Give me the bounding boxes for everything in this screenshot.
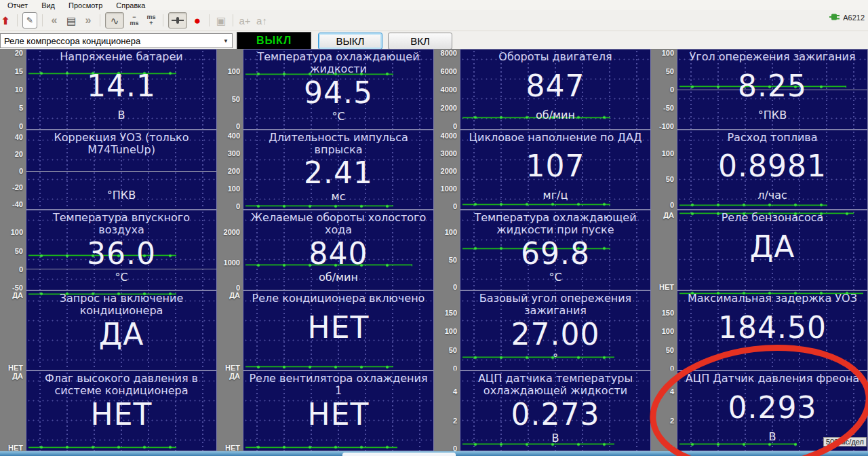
chart-area: Температура впускного воздуха36.0°C bbox=[26, 210, 217, 290]
axis-tick: 6000 bbox=[441, 67, 457, 75]
record-icon[interactable]: ● bbox=[191, 13, 204, 28]
panel-unit: °ПКВ bbox=[107, 189, 136, 202]
axis-gutter: ДАНЕТ bbox=[217, 290, 243, 371]
menu-item[interactable]: Отчет bbox=[1, 1, 34, 10]
panel-value: 0.273 bbox=[511, 397, 600, 432]
panel-value: 2.41 bbox=[304, 155, 373, 190]
param-panel[interactable]: 100500Температура охлаждающей жидкости п… bbox=[434, 210, 651, 290]
menu-item[interactable]: Справка bbox=[110, 1, 151, 10]
panel-value: НЕТ bbox=[308, 397, 370, 432]
axis-tick: ДА bbox=[229, 291, 240, 299]
axis-tick: 0 bbox=[670, 86, 674, 94]
param-panel[interactable]: ДАНЕТЗапрос на включение кондиционераДА bbox=[0, 290, 217, 371]
axis-tick: НЕТ bbox=[225, 364, 240, 371]
axis-tick: 0 bbox=[236, 202, 240, 210]
axis-tick: -50 bbox=[12, 284, 23, 290]
axis-tick: 0 bbox=[19, 122, 23, 130]
param-panel[interactable]: ДАНЕТРеле вентилятора охлаждения 1НЕТ bbox=[217, 370, 434, 451]
parameter-select[interactable]: Реле компрессора кондиционера ▼ bbox=[0, 33, 233, 48]
chart-area: Коррекция УОЗ (только M74TuneUp)°ПКВ bbox=[26, 130, 217, 210]
panel-title: Угол опережения зажигания bbox=[686, 51, 860, 63]
param-panel[interactable]: 100500Температура охлаждающей жидкости94… bbox=[217, 49, 434, 130]
param-panel[interactable]: 100500Расход топлива0.8981л/час bbox=[651, 130, 868, 210]
param-panel[interactable]: 150100500Базовый угол опережения зажиган… bbox=[434, 290, 651, 371]
axis-tick: 8000 bbox=[441, 49, 457, 57]
parameter-select-value: Реле компрессора кондиционера bbox=[4, 36, 140, 46]
param-panel[interactable]: 4003002001000Длительность импульса впрыс… bbox=[217, 130, 434, 210]
param-panel[interactable]: 100500-50-100Угол опережения зажигания8.… bbox=[651, 49, 868, 130]
timebase-decrease-icon[interactable]: −ms bbox=[127, 13, 141, 28]
axis-tick: 400 bbox=[228, 132, 240, 140]
chart-area: Напряжение батареи14.1В bbox=[26, 49, 217, 130]
axis-tick: 2000 bbox=[224, 228, 240, 236]
axis-tick: 0 bbox=[670, 201, 674, 209]
panel-title: Желаемые обороты холостого хода bbox=[243, 212, 433, 236]
panel-title: Коррекция УОЗ (только M74TuneUp) bbox=[26, 132, 216, 156]
axis-tick: 100 bbox=[228, 185, 240, 193]
next-page-icon[interactable]: » bbox=[81, 13, 95, 28]
channel-setup-icon[interactable] bbox=[168, 12, 187, 28]
relay-off-button[interactable]: ВЫКЛ bbox=[318, 33, 382, 50]
axis-tick: 50 bbox=[449, 256, 457, 264]
prev-page-icon[interactable]: « bbox=[47, 13, 61, 28]
chart-area: Реле бензонасосаДА bbox=[677, 210, 868, 290]
panel-title: АЦП Датчик давления фреона bbox=[682, 373, 863, 385]
panel-title: Флаг высокого давления в системе кондици… bbox=[26, 373, 216, 397]
param-panel[interactable]: 40200-20-40Коррекция УОЗ (только M74Tune… bbox=[0, 130, 217, 210]
axis-gutter: 40003000200010000 bbox=[434, 130, 460, 210]
param-panel[interactable]: 20151050Напряжение батареи14.1В bbox=[0, 49, 217, 130]
menu-item[interactable]: Вид bbox=[35, 1, 61, 10]
axis-tick: 0 bbox=[453, 364, 457, 371]
param-panel[interactable]: 80006000400020000Обороты двигателя847об/… bbox=[434, 49, 651, 130]
panel-unit: °ПКВ bbox=[758, 109, 787, 121]
signal-trace bbox=[462, 203, 610, 206]
axis-tick: ДА bbox=[229, 372, 240, 380]
param-panel[interactable]: ДАНЕТРеле бензонасосаДА bbox=[651, 210, 868, 290]
axis-tick: 50 bbox=[666, 67, 674, 75]
page-list-icon[interactable]: ▤ bbox=[64, 13, 78, 28]
param-panel[interactable]: 200010000Желаемые обороты холостого хода… bbox=[217, 210, 434, 290]
panel-value: 0.293 bbox=[728, 385, 817, 430]
sep-4 bbox=[163, 14, 163, 26]
axis-tick: ДА bbox=[663, 211, 674, 219]
menu-item[interactable]: Просмотр bbox=[62, 1, 108, 10]
timebase-increase-icon[interactable]: ms+ bbox=[144, 13, 158, 28]
panel-unit: В bbox=[118, 109, 125, 121]
signal-trace bbox=[462, 356, 614, 359]
relay-state-text: ВЫКЛ bbox=[256, 35, 292, 47]
axis-tick: 100 bbox=[11, 228, 23, 236]
chart-area: Температура охлаждающей жидкости при пус… bbox=[460, 210, 651, 290]
chart-area: Желаемые обороты холостого хода840об/мин bbox=[243, 210, 434, 290]
chart-area: Температура охлаждающей жидкости94.5°C bbox=[243, 49, 434, 130]
sep-2 bbox=[42, 14, 43, 26]
axis-tick: 0 bbox=[453, 283, 457, 290]
panel-title: Расход топлива bbox=[723, 132, 821, 144]
axis-tick: -50 bbox=[663, 104, 674, 112]
axis-tick: ДА bbox=[12, 291, 23, 299]
param-panel[interactable]: ДАНЕТРеле кондиционера включеноНЕТ bbox=[217, 290, 434, 371]
param-panel[interactable]: 40003000200010000Цикловое наполнение по … bbox=[434, 130, 651, 210]
panel-unit: °C bbox=[332, 110, 344, 123]
param-panel[interactable]: ДАНЕТФлаг высокого давления в системе ко… bbox=[0, 370, 217, 451]
panel-value: НЕТ bbox=[308, 305, 370, 350]
log-edit-icon[interactable]: ✎ bbox=[22, 12, 37, 28]
menu-bar: ОтчетВидПросмотрСправка bbox=[0, 0, 868, 10]
oscillogram-icon[interactable]: ∿ bbox=[105, 12, 124, 28]
taskbar-window-button[interactable] bbox=[342, 453, 456, 456]
signal-trace bbox=[679, 442, 797, 446]
param-panel[interactable]: 420АЦП Датчик давления фреона0.293В500 м… bbox=[651, 370, 868, 451]
param-panel[interactable]: 150100500Максимальная задержка УОЗ184.50 bbox=[651, 290, 868, 371]
axis-tick: 5 bbox=[19, 104, 23, 112]
axis-tick: 2 bbox=[670, 417, 674, 425]
panel-title: Температура впускного воздуха bbox=[26, 212, 216, 236]
axis-tick: 10 bbox=[15, 86, 23, 94]
relay-on-button[interactable]: ВКЛ bbox=[388, 33, 452, 50]
report-icon[interactable]: ⬆ bbox=[0, 13, 12, 28]
signal-trace bbox=[28, 446, 176, 449]
axis-tick: 100 bbox=[662, 327, 674, 335]
chart-area: Базовый угол опережения зажигания27.00° bbox=[460, 290, 651, 371]
param-panel[interactable]: 420АЦП датчика температуры охлаждающей ж… bbox=[434, 370, 651, 451]
axis-tick: 0 bbox=[670, 364, 674, 371]
param-panel[interactable]: 100500-50Температура впускного воздуха36… bbox=[0, 210, 217, 290]
axis-tick: 150 bbox=[445, 309, 457, 317]
